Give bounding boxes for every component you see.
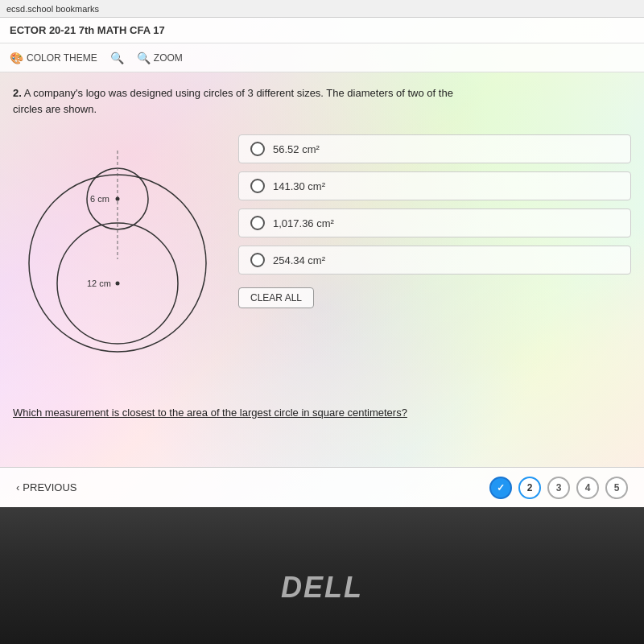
screen: ecsd.school bookmarks ECTOR 20-21 7th MA… (0, 0, 644, 507)
diagram-area: 6 cm 12 cm (13, 126, 222, 368)
answer-option-a[interactable]: 56.52 cm² (238, 134, 631, 163)
svg-point-5 (116, 282, 120, 286)
page-2-label: 2 (527, 482, 533, 493)
radio-d[interactable] (250, 253, 265, 267)
page-dot-1[interactable]: ✓ (489, 477, 512, 499)
svg-text:6 cm: 6 cm (90, 194, 109, 204)
answer-text-d: 254.34 cm² (273, 254, 325, 266)
footer-nav: ‹ PREVIOUS ✓ 2 3 4 5 (0, 467, 644, 507)
browser-bar: ecsd.school bookmarks (0, 0, 644, 18)
answer-text-c: 1,017.36 cm² (273, 217, 334, 229)
clear-all-button[interactable]: CLEAR ALL (238, 287, 314, 308)
page-3-label: 3 (556, 482, 562, 493)
bottom-question: Which measurement is closest to the area… (13, 407, 631, 419)
zoom-label: ZOOM (154, 52, 183, 64)
dell-logo: DELL (281, 571, 363, 605)
page-dot-2[interactable]: 2 (518, 477, 541, 499)
page-indicators: ✓ 2 3 4 5 (489, 477, 628, 499)
color-theme-label: COLOR THEME (27, 52, 97, 64)
color-theme-button[interactable]: 🎨 COLOR THEME (10, 52, 97, 64)
answer-option-d[interactable]: 254.34 cm² (238, 246, 631, 275)
answer-options: 56.52 cm² 141.30 cm² 1,017.36 cm² 254.34… (238, 126, 631, 308)
question-body-text: A company's logo was designed using circ… (13, 87, 453, 115)
zoom-decrease-button[interactable]: 🔍 (110, 52, 124, 64)
page-dot-5[interactable]: 5 (605, 477, 628, 499)
answer-text-a: 56.52 cm² (273, 143, 320, 155)
laptop-bottom: DELL (0, 507, 644, 644)
radio-a[interactable] (250, 142, 265, 156)
zoom-out-icon: 🔍 (110, 52, 124, 64)
zoom-in-icon: 🔍 (137, 52, 151, 64)
question-number: 2. (13, 87, 22, 99)
answer-text-b: 141.30 cm² (273, 180, 325, 192)
page-4-label: 4 (585, 482, 591, 493)
page-dot-3[interactable]: 3 (547, 477, 570, 499)
answer-option-c[interactable]: 1,017.36 cm² (238, 208, 631, 237)
toolbar: 🎨 COLOR THEME 🔍 🔍 ZOOM (0, 43, 644, 72)
browser-tab-text: ecsd.school bookmarks (6, 4, 99, 14)
answer-option-b[interactable]: 141.30 cm² (238, 171, 631, 200)
zoom-increase-button[interactable]: 🔍 ZOOM (137, 52, 183, 64)
svg-point-4 (116, 197, 120, 201)
page-dot-4[interactable]: 4 (576, 477, 599, 499)
question-text: 2. A company's logo was designed using c… (13, 85, 464, 117)
circles-diagram: 6 cm 12 cm (13, 126, 222, 368)
prev-chevron-icon: ‹ (16, 481, 19, 493)
main-content: 2. A company's logo was designed using c… (0, 72, 644, 467)
radio-c[interactable] (250, 216, 265, 230)
previous-button[interactable]: ‹ PREVIOUS (16, 481, 77, 493)
question-body: 6 cm 12 cm 56.52 cm² 141.30 cm² 1,017.36 (13, 126, 631, 368)
previous-label: PREVIOUS (23, 481, 76, 493)
radio-b[interactable] (250, 179, 265, 193)
bottom-question-text: Which measurement is closest to the area… (13, 407, 407, 419)
svg-text:12 cm: 12 cm (87, 279, 111, 288)
page-5-label: 5 (614, 482, 620, 493)
palette-icon: 🎨 (10, 52, 23, 64)
app-title: ECTOR 20-21 7th MATH CFA 17 (10, 24, 165, 36)
checkmark-icon: ✓ (497, 482, 505, 493)
app-header: ECTOR 20-21 7th MATH CFA 17 (0, 18, 644, 43)
